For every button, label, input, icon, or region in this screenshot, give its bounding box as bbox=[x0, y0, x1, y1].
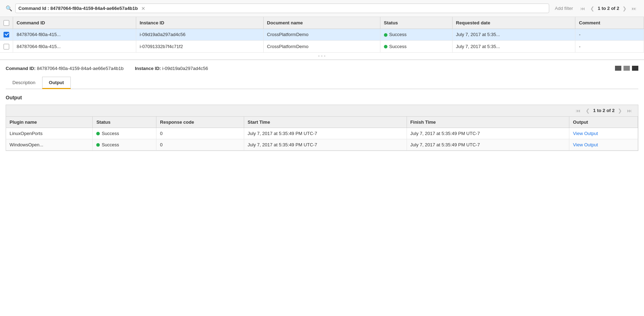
filter-pill[interactable]: Command Id : 84787064-f80a-4159-84a4-ae6… bbox=[15, 4, 549, 13]
command-id-cell: 84787064-f80a-415... bbox=[13, 29, 136, 41]
tab-output[interactable]: Output bbox=[42, 77, 71, 89]
row-checkbox-0[interactable] bbox=[4, 32, 9, 37]
output-status-dot bbox=[96, 132, 100, 135]
document-name-cell: CrossPlatformDemo bbox=[263, 29, 380, 41]
detail-instance-id-label: Instance ID: bbox=[135, 66, 161, 71]
select-all-header[interactable] bbox=[0, 17, 13, 29]
view-output-link[interactable]: View Output bbox=[573, 131, 598, 136]
status-cell: Success bbox=[380, 29, 452, 41]
output-pagination-text: 1 to 2 of 2 bbox=[593, 108, 615, 113]
document-name-cell: CrossPlatformDemo bbox=[263, 41, 380, 53]
finish-time-cell: July 7, 2017 at 5:35:49 PM UTC-7 bbox=[407, 139, 569, 150]
start-time-cell: July 7, 2017 at 5:35:49 PM UTC-7 bbox=[244, 128, 407, 139]
status-cell: Success bbox=[93, 139, 156, 150]
table-row[interactable]: 84787064-f80a-415...i-07091332b7f4c71f2C… bbox=[0, 41, 644, 53]
plugin-name-cell: WindowsOpen... bbox=[6, 139, 93, 150]
col-comment: Comment bbox=[575, 17, 644, 29]
minimize-button[interactable] bbox=[615, 66, 621, 71]
command-table: Command ID Instance ID Document name Sta… bbox=[0, 17, 644, 53]
col-requested-date: Requested date bbox=[452, 17, 575, 29]
detail-header: Command ID: 84787064-f80a-4159-84a4-ae66… bbox=[6, 66, 638, 71]
output-col-plugin-name: Plugin name bbox=[6, 117, 93, 128]
window-controls bbox=[615, 66, 638, 71]
select-all-checkbox[interactable] bbox=[4, 20, 9, 26]
output-col-finish-time: Finish Time bbox=[407, 117, 569, 128]
comment-cell: - bbox=[575, 29, 644, 41]
col-document-name: Document name bbox=[263, 17, 380, 29]
table-row[interactable]: 84787064-f80a-415...i-09d19a0a297ad4c56C… bbox=[0, 29, 644, 41]
response-code-cell: 0 bbox=[156, 139, 244, 150]
view-output-link[interactable]: View Output bbox=[573, 142, 598, 147]
add-filter-button[interactable]: Add filter bbox=[552, 6, 576, 11]
output-table-row: LinuxOpenPortsSuccess0July 7, 2017 at 5:… bbox=[6, 128, 638, 139]
output-col-output: Output bbox=[569, 117, 638, 128]
status-cell: Success bbox=[93, 128, 156, 139]
requested-date-cell: July 7, 2017 at 5:35... bbox=[452, 29, 575, 41]
search-icon: 🔍 bbox=[6, 5, 12, 12]
output-section: Output ⏮ ❮ 1 to 2 of 2 ❯ ⏭ Plugin name S… bbox=[6, 95, 638, 157]
tab-description[interactable]: Description bbox=[6, 77, 42, 89]
detail-instance-id: Instance ID: i-09d19a0a297ad4c56 bbox=[135, 66, 208, 71]
output-status-dot bbox=[96, 143, 100, 147]
status-dot bbox=[384, 33, 387, 37]
first-page-button[interactable]: ⏮ bbox=[579, 5, 587, 12]
restore-button[interactable] bbox=[623, 66, 630, 71]
output-pagination-bar: ⏮ ❮ 1 to 2 of 2 ❯ ⏭ bbox=[6, 105, 638, 117]
output-col-response-code: Response code bbox=[156, 117, 244, 128]
output-table-wrapper: ⏮ ❮ 1 to 2 of 2 ❯ ⏭ Plugin name Status R… bbox=[6, 105, 638, 151]
start-time-cell: July 7, 2017 at 5:35:49 PM UTC-7 bbox=[244, 139, 407, 150]
tab-bar: Description Output bbox=[6, 77, 638, 89]
search-bar: 🔍 Command Id : 84787064-f80a-4159-84a4-a… bbox=[0, 0, 644, 17]
comment-cell: - bbox=[575, 41, 644, 53]
detail-command-id: Command ID: 84787064-f80a-4159-84a4-ae66… bbox=[6, 66, 123, 71]
output-table: Plugin name Status Response code Start T… bbox=[6, 117, 638, 151]
output-last-page-button[interactable]: ⏭ bbox=[625, 107, 634, 114]
detail-command-id-label: Command ID: bbox=[6, 66, 36, 71]
output-next-page-button[interactable]: ❯ bbox=[616, 107, 624, 114]
detail-instance-id-value: i-09d19a0a297ad4c56 bbox=[162, 66, 208, 71]
detail-panel: Command ID: 84787064-f80a-4159-84a4-ae66… bbox=[0, 59, 644, 162]
next-page-button[interactable]: ❯ bbox=[621, 5, 628, 12]
col-command-id: Command ID bbox=[13, 17, 136, 29]
instance-id-cell: i-09d19a0a297ad4c56 bbox=[136, 29, 263, 41]
requested-date-cell: July 7, 2017 at 5:35... bbox=[452, 41, 575, 53]
command-table-wrapper: Command ID Instance ID Document name Sta… bbox=[0, 17, 644, 53]
plugin-name-cell: LinuxOpenPorts bbox=[6, 128, 93, 139]
last-page-button[interactable]: ⏭ bbox=[630, 5, 638, 12]
status-cell: Success bbox=[380, 41, 452, 53]
top-pagination: ⏮ ❮ 1 to 2 of 2 ❯ ⏭ bbox=[579, 5, 638, 12]
output-col-status: Status bbox=[93, 117, 156, 128]
prev-page-button[interactable]: ❮ bbox=[588, 5, 596, 12]
instance-id-cell: i-07091332b7f4c71f2 bbox=[136, 41, 263, 53]
drag-handle: • • • bbox=[0, 53, 644, 59]
response-code-cell: 0 bbox=[156, 128, 244, 139]
command-id-cell: 84787064-f80a-415... bbox=[13, 41, 136, 53]
row-checkbox-1[interactable] bbox=[4, 44, 9, 49]
output-first-page-button[interactable]: ⏮ bbox=[574, 107, 582, 114]
maximize-button[interactable] bbox=[632, 66, 638, 71]
output-col-start-time: Start Time bbox=[244, 117, 407, 128]
output-table-row: WindowsOpen...Success0July 7, 2017 at 5:… bbox=[6, 139, 638, 150]
col-instance-id: Instance ID bbox=[136, 17, 263, 29]
filter-text: Command Id : 84787064-f80a-4159-84a4-ae6… bbox=[18, 6, 138, 11]
pagination-text: 1 to 2 of 2 bbox=[598, 6, 619, 11]
finish-time-cell: July 7, 2017 at 5:35:49 PM UTC-7 bbox=[407, 128, 569, 139]
output-section-title: Output bbox=[6, 95, 638, 100]
output-cell[interactable]: View Output bbox=[569, 128, 638, 139]
status-dot bbox=[384, 45, 387, 48]
filter-clear-button[interactable]: ✕ bbox=[141, 6, 145, 11]
col-status: Status bbox=[380, 17, 452, 29]
output-prev-page-button[interactable]: ❮ bbox=[584, 107, 592, 114]
detail-command-id-value: 84787064-f80a-4159-84a4-ae66e57a4b1b bbox=[37, 66, 123, 71]
output-cell[interactable]: View Output bbox=[569, 139, 638, 150]
